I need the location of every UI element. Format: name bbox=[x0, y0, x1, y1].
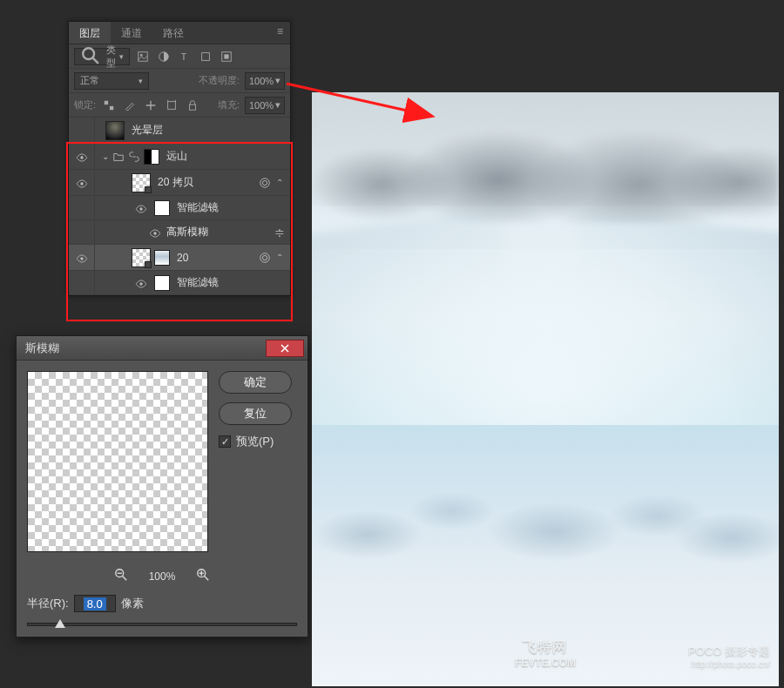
lock-position-icon[interactable] bbox=[143, 98, 159, 113]
lock-row: 锁定: 填充: 100% ▾ bbox=[69, 93, 290, 118]
mask-thumbnail[interactable] bbox=[144, 149, 159, 165]
watermark-right: POCO 摄影专题 http://photo.poco.cn/ bbox=[688, 644, 770, 669]
svg-point-18 bbox=[262, 180, 267, 185]
eye-icon bbox=[76, 152, 88, 161]
filter-options-icon[interactable]: ≑ bbox=[274, 226, 285, 239]
lock-pixels-icon[interactable] bbox=[122, 98, 138, 113]
svg-point-23 bbox=[262, 255, 267, 260]
dialog-title: 斯模糊 bbox=[25, 341, 59, 356]
chevron-up-icon[interactable]: ⌃ bbox=[276, 178, 283, 187]
opacity-value: 100% bbox=[249, 76, 274, 86]
layer-thumbnail[interactable] bbox=[132, 173, 151, 192]
radius-slider[interactable] bbox=[27, 623, 297, 626]
visibility-toggle[interactable] bbox=[69, 196, 95, 219]
chevron-up-icon[interactable]: ⌃ bbox=[276, 253, 283, 262]
filter-type-label: 类型 bbox=[106, 44, 116, 70]
visibility-toggle[interactable] bbox=[69, 220, 95, 244]
layer-name: 20 拷贝 bbox=[158, 175, 193, 190]
radius-input[interactable]: 8.0 bbox=[74, 595, 116, 612]
visibility-toggle[interactable] bbox=[69, 118, 95, 143]
svg-line-1 bbox=[92, 57, 98, 63]
svg-rect-14 bbox=[190, 105, 196, 110]
preview-label: 预览(P) bbox=[236, 434, 274, 449]
svg-rect-11 bbox=[168, 101, 176, 109]
svg-point-15 bbox=[80, 156, 83, 159]
zoom-value: 100% bbox=[149, 570, 176, 583]
layer-row-far-mountain-group[interactable]: ⌄ 远山 bbox=[69, 144, 290, 170]
close-button[interactable] bbox=[266, 340, 304, 357]
fill-input[interactable]: 100% ▾ bbox=[245, 97, 285, 114]
eye-icon bbox=[76, 253, 88, 262]
layer-name: 高斯模糊 bbox=[166, 225, 208, 239]
preview-checkbox[interactable]: ✓ bbox=[219, 435, 231, 448]
tab-paths[interactable]: 路径 bbox=[152, 22, 194, 44]
layer-name: 智能滤镜 bbox=[177, 200, 219, 215]
filter-smart-icon[interactable] bbox=[219, 49, 234, 64]
svg-line-26 bbox=[122, 577, 125, 580]
eye-icon[interactable] bbox=[135, 279, 147, 287]
lock-artboard-icon[interactable] bbox=[164, 98, 179, 113]
canvas-area[interactable]: 飞特网 FEVTE.COM POCO 摄影专题 http://photo.poc… bbox=[312, 92, 779, 686]
layer-thumbnail[interactable] bbox=[132, 248, 151, 267]
smart-object-icon bbox=[259, 177, 271, 189]
lock-all-icon[interactable] bbox=[185, 98, 200, 113]
svg-rect-8 bbox=[224, 54, 228, 58]
chevron-down-icon[interactable]: ⌄ bbox=[102, 152, 109, 161]
visibility-toggle[interactable] bbox=[69, 245, 95, 270]
filter-type-dropdown[interactable]: 类型 ▾ bbox=[74, 48, 130, 65]
filter-mask-thumbnail[interactable] bbox=[154, 200, 170, 216]
mask-thumbnail[interactable] bbox=[154, 250, 170, 266]
svg-point-22 bbox=[260, 253, 270, 262]
layer-row-smart-filters-2[interactable]: 智能滤镜 bbox=[69, 271, 290, 295]
layer-row-smart-filters[interactable]: 智能滤镜 bbox=[69, 196, 290, 220]
radius-label: 半径(R): bbox=[27, 596, 69, 611]
tab-channels[interactable]: 通道 bbox=[111, 22, 152, 44]
radius-slider-row bbox=[17, 623, 308, 637]
opacity-input[interactable]: 100% ▾ bbox=[245, 72, 285, 90]
svg-rect-9 bbox=[105, 100, 108, 104]
panel-tabs: 图层 通道 路径 ≡ bbox=[69, 22, 290, 44]
tab-layers[interactable]: 图层 bbox=[69, 22, 111, 44]
visibility-toggle[interactable] bbox=[69, 144, 95, 169]
visibility-toggle[interactable] bbox=[69, 271, 95, 294]
zoom-in-icon[interactable] bbox=[196, 568, 210, 584]
layer-name: 远山 bbox=[166, 149, 187, 164]
svg-point-17 bbox=[260, 178, 270, 187]
svg-point-16 bbox=[80, 182, 83, 185]
svg-rect-6 bbox=[202, 52, 210, 60]
filter-shape-icon[interactable] bbox=[198, 49, 213, 64]
eye-icon[interactable] bbox=[149, 228, 161, 237]
layer-row-20-copy[interactable]: 20 拷贝 ⌃ bbox=[69, 170, 290, 196]
dialog-title-bar[interactable]: 斯模糊 bbox=[17, 336, 308, 361]
svg-text:T: T bbox=[181, 51, 187, 61]
svg-rect-2 bbox=[139, 51, 148, 61]
folder-icon bbox=[111, 149, 126, 165]
eye-icon[interactable] bbox=[135, 204, 147, 212]
layers-panel: 图层 通道 路径 ≡ 类型 ▾ T 正常 ▾ 不透明度: 100% ▾ 锁定: bbox=[68, 21, 291, 296]
ice-chunks-layer bbox=[312, 425, 779, 582]
lock-label: 锁定: bbox=[74, 98, 96, 111]
watermark-center-line2: FEVTE.COM bbox=[515, 657, 576, 669]
slider-thumb[interactable] bbox=[55, 619, 65, 628]
filter-pixel-icon[interactable] bbox=[135, 49, 151, 64]
layer-row-20[interactable]: 20 ⌃ bbox=[69, 245, 290, 271]
layer-row-gaussian-blur-filter[interactable]: 高斯模糊 ≑ bbox=[69, 220, 290, 245]
ok-button[interactable]: 确定 bbox=[219, 371, 292, 394]
panel-menu-icon[interactable]: ≡ bbox=[270, 22, 290, 44]
blend-mode-dropdown[interactable]: 正常 ▾ bbox=[74, 72, 149, 90]
lock-transparency-icon[interactable] bbox=[101, 98, 117, 113]
filter-adjustment-icon[interactable] bbox=[156, 49, 172, 64]
reset-button[interactable]: 复位 bbox=[219, 402, 292, 425]
link-icon bbox=[126, 149, 142, 165]
preview-checkbox-row[interactable]: ✓ 预览(P) bbox=[219, 434, 297, 449]
filter-type-text-icon[interactable]: T bbox=[177, 49, 193, 64]
layer-thumbnail[interactable] bbox=[105, 121, 125, 140]
layer-row-halo[interactable]: 光晕层 bbox=[69, 118, 290, 144]
gaussian-blur-dialog: 斯模糊 确定 复位 ✓ 预览(P) 100% 半径(R): 8.0 像素 bbox=[16, 335, 308, 637]
layer-name: 20 bbox=[177, 252, 188, 264]
smart-object-icon bbox=[259, 252, 271, 264]
preview-area[interactable] bbox=[27, 371, 208, 552]
visibility-toggle[interactable] bbox=[69, 170, 95, 195]
filter-mask-thumbnail[interactable] bbox=[154, 275, 170, 291]
zoom-out-icon[interactable] bbox=[114, 568, 128, 584]
